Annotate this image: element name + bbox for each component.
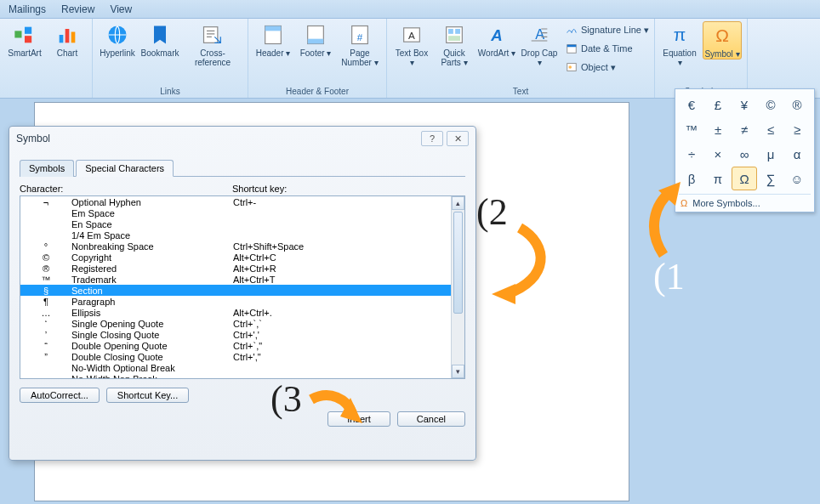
list-item[interactable]: En Space <box>20 218 451 229</box>
svg-text:A: A <box>490 26 502 44</box>
equation-button[interactable]: π Equation ▾ <box>660 21 699 67</box>
scroll-thumb[interactable] <box>453 212 463 314</box>
object-button[interactable]: Object ▾ <box>566 59 649 76</box>
list-item[interactable]: ”Double Closing QuoteCtrl+'," <box>20 351 451 362</box>
symbol-cell[interactable]: β <box>679 167 704 190</box>
tab-special-characters[interactable]: Special Characters <box>76 160 174 177</box>
symbol-cell[interactable]: £ <box>705 93 731 116</box>
more-symbols-item[interactable]: Ω More Symbols... <box>679 194 811 210</box>
list-item[interactable]: Em Space <box>20 207 451 218</box>
smartart-icon <box>13 23 37 47</box>
tab-mailings[interactable]: Mailings <box>9 3 46 15</box>
tab-symbols-dlg[interactable]: Symbols <box>20 160 74 177</box>
dropcap-button[interactable]: A Drop Cap ▾ <box>520 21 559 67</box>
group-label-headerfooter: Header & Footer <box>253 86 381 98</box>
svg-rect-1 <box>25 27 31 34</box>
wordart-icon: A <box>485 23 509 47</box>
symbol-cell[interactable]: ≥ <box>784 117 810 141</box>
group-symbols: π Equation ▾ Ω Symbol ▾ Symbols <box>655 19 748 98</box>
smartart-button[interactable]: SmartArt <box>5 21 44 58</box>
list-item[interactable]: ’Single Closing QuoteCtrl+',' <box>20 329 451 340</box>
pagenumber-button[interactable]: # Page Number ▾ <box>339 21 381 67</box>
group-links: Hyperlink Bookmark Cross-reference Links <box>93 19 248 98</box>
character-listbox[interactable]: ¬Optional HyphenCtrl+-Em SpaceEn Space1/… <box>20 195 465 379</box>
svg-rect-17 <box>448 29 453 34</box>
bookmark-icon <box>148 23 172 47</box>
omega-icon: Ω <box>710 24 734 48</box>
list-item[interactable]: …EllipsisAlt+Ctrl+. <box>20 307 451 318</box>
symbol-cell[interactable]: ≠ <box>732 117 757 141</box>
svg-rect-18 <box>455 29 460 34</box>
dialog-title: Symbol <box>16 133 50 144</box>
list-item[interactable]: No-Width Optional Break <box>20 362 451 373</box>
symbol-cell[interactable]: ¥ <box>732 93 757 116</box>
svg-text:A: A <box>535 26 544 42</box>
scroll-up-button[interactable]: ▴ <box>452 196 464 210</box>
list-item[interactable]: No-Width Non Break <box>20 373 451 379</box>
dialog-titlebar[interactable]: Symbol ? ✕ <box>9 127 475 150</box>
autocorrect-button[interactable]: AutoCorrect... <box>20 388 100 403</box>
svg-rect-4 <box>65 29 70 42</box>
list-item[interactable]: 1/4 Em Space <box>20 229 451 241</box>
insert-button[interactable]: Insert <box>327 411 390 427</box>
svg-text:Ω: Ω <box>715 25 729 45</box>
symbol-cell[interactable]: ÷ <box>679 142 704 166</box>
header-button[interactable]: Header ▾ <box>253 21 293 58</box>
wordart-button[interactable]: A WordArt ▾ <box>477 21 516 58</box>
bookmark-button[interactable]: Bookmark <box>140 21 179 58</box>
list-item[interactable]: §Section <box>20 285 451 296</box>
symbol-cell[interactable]: ∞ <box>732 142 757 166</box>
close-button[interactable]: ✕ <box>447 131 469 146</box>
scrollbar[interactable]: ▴ ▾ <box>451 196 464 378</box>
omega-icon: Ω <box>680 198 687 208</box>
signatureline-button[interactable]: Signature Line ▾ <box>566 21 649 38</box>
symbol-cell[interactable]: ™ <box>679 117 704 141</box>
quickparts-button[interactable]: Quick Parts ▾ <box>435 21 474 67</box>
textbox-button[interactable]: A Text Box ▾ <box>392 21 431 67</box>
list-item[interactable]: “Double Opening QuoteCtrl+`," <box>20 340 451 351</box>
list-item[interactable]: ¶Paragraph <box>20 296 451 307</box>
symbol-cell[interactable]: ≤ <box>758 117 783 141</box>
tab-view[interactable]: View <box>110 3 132 15</box>
symbol-cell[interactable]: © <box>758 93 783 116</box>
symbol-cell[interactable]: × <box>705 142 731 166</box>
signature-icon <box>566 24 578 36</box>
list-item[interactable]: °Nonbreaking SpaceCtrl+Shift+Space <box>20 241 451 252</box>
shortcutkey-button[interactable]: Shortcut Key... <box>106 388 189 403</box>
crossref-button[interactable]: Cross-reference <box>183 21 242 67</box>
group-text: A Text Box ▾ Quick Parts ▾ A WordArt ▾ A… <box>387 19 655 98</box>
symbol-cell[interactable]: € <box>679 93 704 116</box>
datetime-button[interactable]: Date & Time <box>566 40 649 57</box>
symbol-cell[interactable]: α <box>784 142 810 166</box>
list-item[interactable]: ‘Single Opening QuoteCtrl+`,` <box>20 318 451 329</box>
symbol-cell[interactable]: Ω <box>732 167 757 190</box>
symbol-cell[interactable]: π <box>705 167 731 190</box>
footer-button[interactable]: Footer ▾ <box>296 21 335 58</box>
tab-review[interactable]: Review <box>61 3 94 15</box>
textbox-icon: A <box>400 23 424 47</box>
col-shortcut: Shortcut key: <box>232 184 287 194</box>
svg-text:#: # <box>357 31 363 42</box>
cancel-button[interactable]: Cancel <box>397 411 465 427</box>
list-item[interactable]: ®RegisteredAlt+Ctrl+R <box>20 263 451 274</box>
symbol-cell[interactable]: ® <box>784 93 810 116</box>
list-item[interactable]: ©CopyrightAlt+Ctrl+C <box>20 252 451 263</box>
chart-button[interactable]: Chart <box>48 21 87 58</box>
symbol-cell[interactable]: μ <box>758 142 783 166</box>
hyperlink-button[interactable]: Hyperlink <box>98 21 137 58</box>
svg-rect-2 <box>25 36 31 42</box>
svg-rect-11 <box>308 39 324 44</box>
symbol-cell[interactable]: ☺ <box>784 167 810 190</box>
header-icon <box>261 23 285 47</box>
svg-point-25 <box>569 65 572 69</box>
scroll-down-button[interactable]: ▾ <box>452 365 464 378</box>
symbol-cell[interactable]: ∑ <box>758 167 783 190</box>
dropcap-icon: A <box>527 23 551 47</box>
svg-rect-0 <box>14 31 21 37</box>
col-character: Character: <box>20 184 232 194</box>
list-item[interactable]: ™TrademarkAlt+Ctrl+T <box>20 274 451 285</box>
list-item[interactable]: ¬Optional HyphenCtrl+- <box>20 196 451 207</box>
symbol-button[interactable]: Ω Symbol ▾ <box>703 21 742 59</box>
help-button[interactable]: ? <box>421 131 443 146</box>
symbol-cell[interactable]: ± <box>705 117 731 141</box>
